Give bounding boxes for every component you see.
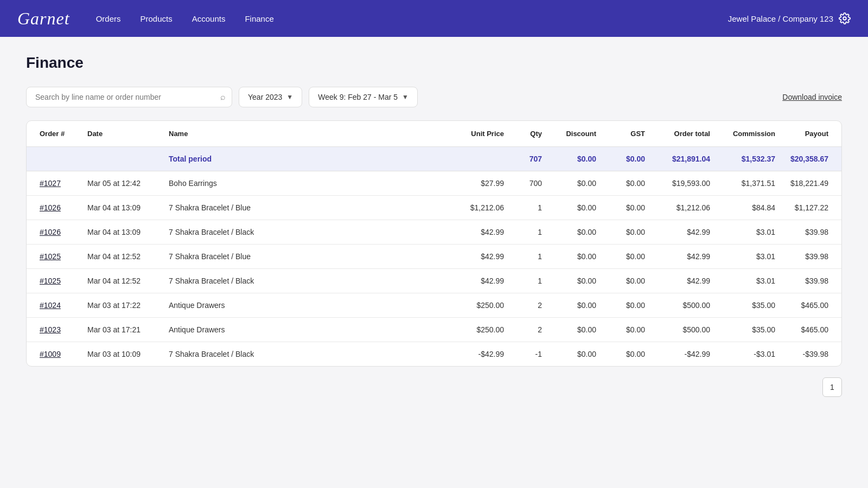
svg-point-0 (843, 17, 846, 20)
nav-products[interactable]: Products (141, 14, 173, 23)
finance-table-container: Order # Date Name Unit Price Qty Discoun… (26, 120, 842, 367)
name-cell: 7 Shakra Bracelet / Blue (162, 245, 451, 269)
gst-cell: $0.00 (603, 220, 652, 245)
order-number-cell[interactable]: #1027 (27, 171, 81, 196)
search-input[interactable] (26, 87, 232, 107)
commission-cell: $1,371.51 (717, 171, 782, 196)
table-row: #1025Mar 04 at 12:527 Shakra Bracelet / … (27, 269, 841, 293)
table-row: #1024Mar 03 at 17:22Antique Drawers$250.… (27, 293, 841, 318)
gst-cell: $0.00 (603, 318, 652, 342)
payout-cell: $18,221.49 (782, 171, 841, 196)
order-link[interactable]: #1026 (40, 228, 61, 236)
total-commission-cell: $1,532.37 (717, 147, 782, 171)
unit-price-cell: $27.99 (451, 171, 510, 196)
qty-cell: -1 (510, 342, 548, 367)
unit-price-cell: $1,212.06 (451, 196, 510, 220)
payout-cell: $39.98 (782, 245, 841, 269)
commission-cell: $35.00 (717, 318, 782, 342)
navigation: Garnet Orders Products Accounts Finance … (0, 0, 868, 37)
table-header-row: Order # Date Name Unit Price Qty Discoun… (27, 121, 841, 147)
payout-cell: $1,127.22 (782, 196, 841, 220)
year-filter-label: Year 2023 (248, 93, 282, 101)
qty-cell: 1 (510, 220, 548, 245)
nav-accounts[interactable]: Accounts (192, 14, 226, 23)
commission-cell: $3.01 (717, 269, 782, 293)
discount-cell: $0.00 (548, 318, 603, 342)
col-payout: Payout (782, 121, 841, 147)
order-link[interactable]: #1026 (40, 203, 61, 212)
nav-orders[interactable]: Orders (96, 14, 121, 23)
date-cell: Mar 04 at 13:09 (81, 220, 162, 245)
name-cell: Boho Earrings (162, 171, 451, 196)
gst-cell: $0.00 (603, 269, 652, 293)
qty-cell: 1 (510, 269, 548, 293)
page-1-button[interactable]: 1 (822, 377, 842, 397)
discount-cell: $0.00 (548, 220, 603, 245)
week-filter-dropdown[interactable]: Week 9: Feb 27 - Mar 5 ▼ (309, 87, 418, 107)
order-total-cell: $1,212.06 (652, 196, 717, 220)
payout-cell: -$39.98 (782, 342, 841, 367)
table-row: #1009Mar 03 at 10:097 Shakra Bracelet / … (27, 342, 841, 367)
date-cell: Mar 03 at 17:21 (81, 318, 162, 342)
order-number-cell[interactable]: #1024 (27, 293, 81, 318)
discount-cell: $0.00 (548, 269, 603, 293)
order-number-cell[interactable]: #1025 (27, 269, 81, 293)
week-dropdown-arrow: ▼ (402, 93, 409, 101)
total-period-row: Total period 707 $0.00 $0.00 $21,891.04 … (27, 147, 841, 171)
order-link[interactable]: #1025 (40, 252, 61, 261)
commission-cell: $84.84 (717, 196, 782, 220)
unit-price-cell: $42.99 (451, 220, 510, 245)
name-cell: 7 Shakra Bracelet / Black (162, 220, 451, 245)
order-link[interactable]: #1023 (40, 325, 61, 334)
qty-cell: 700 (510, 171, 548, 196)
total-order-cell (27, 147, 81, 171)
order-total-cell: $500.00 (652, 318, 717, 342)
order-link[interactable]: #1009 (40, 350, 61, 358)
col-commission: Commission (717, 121, 782, 147)
order-total-cell: $42.99 (652, 220, 717, 245)
search-wrapper: ⌕ (26, 87, 232, 107)
table-row: #1027Mar 05 at 12:42Boho Earrings$27.997… (27, 171, 841, 196)
table-row: #1025Mar 04 at 12:527 Shakra Bracelet / … (27, 245, 841, 269)
name-cell: 7 Shakra Bracelet / Black (162, 269, 451, 293)
order-total-cell: -$42.99 (652, 342, 717, 367)
discount-cell: $0.00 (548, 171, 603, 196)
discount-cell: $0.00 (548, 342, 603, 367)
nav-links: Orders Products Accounts Finance (96, 14, 728, 23)
date-cell: Mar 04 at 12:52 (81, 245, 162, 269)
total-qty-cell: 707 (510, 147, 548, 171)
commission-cell: -$3.01 (717, 342, 782, 367)
name-cell: Antique Drawers (162, 318, 451, 342)
order-link[interactable]: #1024 (40, 301, 61, 310)
order-number-cell[interactable]: #1009 (27, 342, 81, 367)
toolbar: ⌕ Year 2023 ▼ Week 9: Feb 27 - Mar 5 ▼ D… (26, 87, 842, 107)
date-cell: Mar 03 at 10:09 (81, 342, 162, 367)
order-number-cell[interactable]: #1023 (27, 318, 81, 342)
settings-icon[interactable] (839, 12, 851, 24)
nav-finance[interactable]: Finance (245, 14, 273, 23)
gst-cell: $0.00 (603, 245, 652, 269)
unit-price-cell: $42.99 (451, 269, 510, 293)
order-number-cell[interactable]: #1025 (27, 245, 81, 269)
total-payout-cell: $20,358.67 (782, 147, 841, 171)
finance-table: Order # Date Name Unit Price Qty Discoun… (27, 121, 841, 366)
logo: Garnet (17, 9, 70, 29)
order-number-cell[interactable]: #1026 (27, 196, 81, 220)
payout-cell: $39.98 (782, 269, 841, 293)
unit-price-cell: $250.00 (451, 293, 510, 318)
order-link[interactable]: #1025 (40, 277, 61, 285)
unit-price-cell: $250.00 (451, 318, 510, 342)
order-number-cell[interactable]: #1026 (27, 220, 81, 245)
col-name: Name (162, 121, 451, 147)
qty-cell: 2 (510, 318, 548, 342)
col-gst: GST (603, 121, 652, 147)
week-filter-label: Week 9: Feb 27 - Mar 5 (318, 93, 398, 101)
download-invoice-link[interactable]: Download invoice (782, 93, 842, 101)
company-label: Jewel Palace / Company 123 (728, 14, 833, 23)
gst-cell: $0.00 (603, 171, 652, 196)
gst-cell: $0.00 (603, 196, 652, 220)
year-filter-dropdown[interactable]: Year 2023 ▼ (239, 87, 302, 107)
order-link[interactable]: #1027 (40, 179, 61, 188)
col-date: Date (81, 121, 162, 147)
unit-price-cell: $42.99 (451, 245, 510, 269)
